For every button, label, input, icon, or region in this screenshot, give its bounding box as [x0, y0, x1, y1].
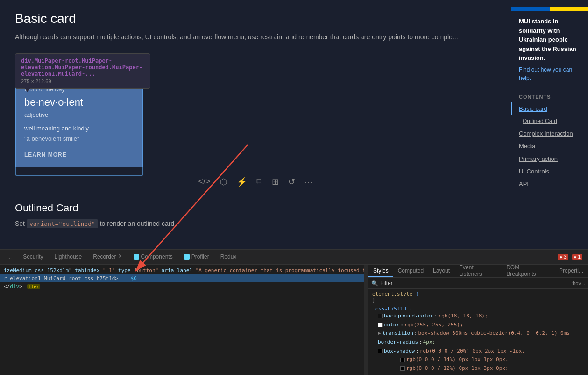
- ukraine-banner: [511, 7, 588, 11]
- bg-color-swatch[interactable]: [378, 314, 383, 318]
- card-word: be·nev·o·lent: [24, 96, 134, 108]
- shadow-swatch-1[interactable]: [378, 349, 383, 353]
- badge-1: ● 1: [572, 254, 582, 260]
- tab-security[interactable]: Security: [17, 250, 49, 265]
- prop-val-box-shadow-3: rgb(0 0 0 / 12%) 0px 1px 3px 0px;: [406, 364, 509, 373]
- tab-lighthouse[interactable]: Lighthouse: [49, 250, 88, 265]
- dom-line-1: izeMedium css-152xd1m" tabindex="-1" typ…: [0, 267, 368, 274]
- nav-complex-interaction[interactable]: Complex Interaction: [511, 127, 588, 140]
- prop-name-bg: background-color:: [384, 312, 439, 321]
- tooltip-arrow: [25, 88, 30, 92]
- card-pos: adjective: [24, 111, 134, 118]
- prop-val-border-radius: 4px;: [423, 338, 436, 347]
- card-example: "a benevolent smile": [24, 135, 134, 142]
- code-icon[interactable]: </>: [198, 177, 210, 187]
- tab-components[interactable]: Components: [128, 250, 178, 265]
- styles-tab-layout[interactable]: Layout: [428, 265, 454, 277]
- learn-more-button[interactable]: LEARN MORE: [24, 151, 134, 158]
- nav-basic-card[interactable]: Basic card: [511, 102, 588, 115]
- prop-box-shadow-3: rgb(0 0 0 / 12%) 0px 1px 3px 0px;: [372, 364, 584, 373]
- ukraine-message: MUI stands in solidarity with Ukrainian …: [511, 11, 588, 88]
- flex-badge: flex: [27, 284, 40, 289]
- outlined-code: variant="outlined": [27, 219, 98, 228]
- prop-box-shadow-1: box-shadow: rgb(0 0 0 / 20%) 0px 2px 1px…: [372, 347, 584, 356]
- more-icon[interactable]: ⋯: [305, 177, 313, 187]
- ukraine-title: MUI stands in solidarity with Ukrainian …: [519, 17, 581, 63]
- styles-tab-styles[interactable]: Styles: [368, 265, 393, 277]
- toolbar: </> ⬡ ⚡ ⧉ ⊞ ↺ ⋯: [15, 171, 496, 193]
- lightning-icon[interactable]: ⚡: [237, 177, 247, 187]
- element-tooltip: div.MuiPaper-root.MuiPaper-elevation.Mui…: [15, 53, 150, 89]
- devtools-tabbar: ... Security Lighthouse Recorder 🎙 Compo…: [0, 250, 588, 265]
- element-style-rule: element.style { }: [372, 291, 584, 303]
- recorder-label: Recorder: [93, 253, 116, 260]
- shadow-swatch-3[interactable]: [400, 366, 405, 371]
- outlined-section-title: Outlined Card: [15, 202, 496, 214]
- profiler-label: Profiler: [191, 253, 209, 260]
- prop-color: color: rgb(255, 255, 255);: [372, 321, 584, 330]
- components-label: Components: [141, 253, 173, 260]
- refresh-icon[interactable]: ↺: [288, 177, 295, 187]
- styles-tabbar: Styles Computed Layout Event Listeners D…: [368, 265, 588, 278]
- card-preview[interactable]: Word of the Day be·nev·o·lent adjective …: [15, 77, 143, 167]
- transition-arrow: ▶: [378, 329, 381, 338]
- prop-val-color: rgb(255, 255, 255);: [404, 321, 463, 330]
- nav-media[interactable]: Media: [511, 140, 588, 152]
- tooltip-size: 275 × 212.69: [21, 79, 51, 84]
- prop-name-border-radius: border-radius:: [378, 338, 423, 347]
- main-area: Basic card Although cards can support mu…: [0, 0, 588, 249]
- page-title: Basic card: [15, 11, 496, 26]
- hov-toggle[interactable]: :hov: [571, 281, 581, 286]
- dom-line-3: </div> flex: [0, 282, 368, 290]
- shadow-swatch-2[interactable]: [400, 358, 405, 362]
- styles-filter-bar: 🔍 :hov .: [368, 278, 588, 289]
- sidebar: MUI stands in solidarity with Ukrainian …: [511, 0, 588, 249]
- prop-box-shadow-2: rgb(0 0 0 / 14%) 0px 1px 1px 0px,: [372, 355, 584, 364]
- cube-icon[interactable]: ⬡: [220, 177, 227, 187]
- prop-border-radius: border-radius: 4px;: [372, 338, 584, 347]
- outlined-desc-start: Set: [15, 220, 27, 227]
- styles-panel: Styles Computed Layout Event Listeners D…: [368, 265, 588, 375]
- styles-filter-input[interactable]: [380, 280, 436, 287]
- components-dot: [134, 254, 139, 260]
- tab-stub[interactable]: ...: [2, 250, 17, 265]
- security-label: Security: [23, 253, 43, 260]
- tab-profiler[interactable]: Profiler: [178, 250, 215, 265]
- card-definition: well meaning and kindly.: [24, 124, 134, 133]
- content-area: Basic card Although cards can support mu…: [0, 0, 511, 249]
- element-style-close: }: [372, 297, 584, 303]
- outlined-section: Outlined Card Set variant="outlined" to …: [15, 202, 496, 227]
- ukraine-link[interactable]: Find out how you can help.: [519, 65, 581, 82]
- tab-recorder[interactable]: Recorder 🎙: [87, 250, 128, 265]
- prop-name-transition: transition:: [383, 329, 418, 338]
- dom-panel: izeMedium css-152xd1m" tabindex="-1" typ…: [0, 265, 368, 375]
- contents-label: CONTENTS: [511, 88, 588, 102]
- styles-tab-dom-breakpoints[interactable]: DOM Breakpoints: [502, 265, 554, 277]
- color-swatch[interactable]: [378, 323, 383, 327]
- tab-redux[interactable]: Redux: [215, 250, 242, 265]
- cls-toggle[interactable]: .: [584, 281, 585, 286]
- styles-tab-properti[interactable]: Properti...: [554, 265, 588, 277]
- styles-tab-event-listeners[interactable]: Event Listeners: [454, 265, 502, 277]
- devtools-panel: ... Security Lighthouse Recorder 🎙 Compo…: [0, 249, 588, 375]
- expand-icon[interactable]: ⊞: [272, 177, 279, 187]
- nav-api[interactable]: API: [511, 178, 588, 190]
- badge-3: ● 3: [558, 254, 568, 260]
- css-h75t1d-selector: .css-h75t1d {: [372, 306, 584, 312]
- prop-transition: ▶ transition: box-shadow 300ms cubic-bez…: [372, 329, 584, 338]
- prop-val-box-shadow-1: rgb(0 0 0 / 20%) 0px 2px 1px -1px,: [420, 347, 525, 356]
- nav-outlined-card[interactable]: Outlined Card: [511, 115, 588, 127]
- styles-content: element.style { } .css-h75t1d { backgrou…: [368, 289, 588, 375]
- prop-val-bg: rgb(18, 18, 18);: [439, 312, 488, 321]
- outlined-section-desc: Set variant="outlined" to render an outl…: [15, 220, 496, 227]
- outlined-desc-end: to render an outlined card.: [98, 220, 176, 227]
- nav-primary-action[interactable]: Primary action: [511, 152, 588, 165]
- copy-icon[interactable]: ⧉: [256, 177, 262, 187]
- nav-ui-controls[interactable]: UI Controls: [511, 165, 588, 178]
- prop-name-box-shadow: box-shadow:: [384, 347, 420, 356]
- profiler-dot: [184, 254, 190, 260]
- svg-line-1: [135, 145, 248, 249]
- prop-val-box-shadow-2: rgb(0 0 0 / 14%) 0px 1px 1px 0px,: [406, 355, 509, 364]
- prop-background-color: background-color: rgb(18, 18, 18);: [372, 312, 584, 321]
- styles-tab-computed[interactable]: Computed: [393, 265, 428, 277]
